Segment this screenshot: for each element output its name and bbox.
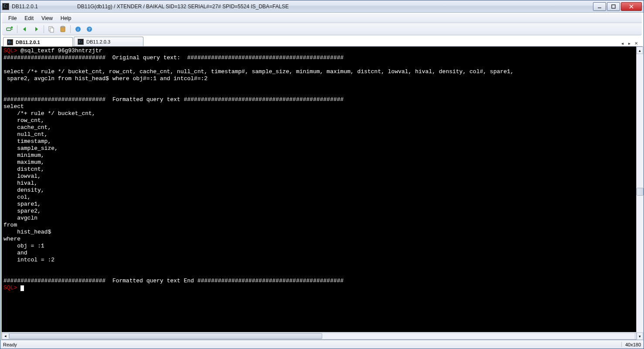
tab-prev-icon[interactable]: ◂ xyxy=(619,40,625,46)
svg-rect-9 xyxy=(50,28,54,32)
status-text: Ready xyxy=(3,342,621,347)
terminal-container: SQL> @sql_textf 96g93hntrzjtr ##########… xyxy=(1,47,643,340)
status-bar: Ready 40x180 xyxy=(0,340,644,349)
app-window: C: DB11.2.0.1 DB11G(db11g) / XTENDER / B… xyxy=(0,0,644,349)
tab-label: DB11.2.0.1 xyxy=(16,40,40,45)
window-title: DB11.2.0.1 xyxy=(12,3,38,10)
scroll-down-icon[interactable]: ▾ xyxy=(637,332,643,340)
sql-prompt: SQL> xyxy=(3,47,17,54)
info-icon[interactable]: i xyxy=(73,24,83,34)
sql-prompt: SQL> xyxy=(3,285,17,291)
scroll-thumb[interactable] xyxy=(9,333,322,339)
tab-nav: ◂ ▸ ✕ xyxy=(619,40,641,46)
app-icon: C: xyxy=(2,3,9,10)
paste-icon[interactable] xyxy=(58,24,68,34)
menu-file[interactable]: File xyxy=(5,14,20,22)
back-icon[interactable] xyxy=(20,24,30,34)
tab-strip: C: DB11.2.0.1 C: DB11.2.0.3 ◂ ▸ ✕ xyxy=(1,36,643,47)
minimize-button[interactable] xyxy=(593,2,606,11)
tab-close-icon[interactable]: ✕ xyxy=(633,40,639,46)
tab-db11203[interactable]: C: DB11.2.0.3 xyxy=(74,37,143,46)
terminal-icon: C: xyxy=(7,39,13,45)
scroll-track[interactable] xyxy=(637,54,644,332)
menu-help[interactable]: Help xyxy=(57,14,75,22)
vertical-scrollbar[interactable]: ▴ ▾ xyxy=(636,47,644,340)
window-subtitle: DB11G(db11g) / XTENDER / BAIKAL SID=132 … xyxy=(77,3,289,10)
terminal-output: ############################## Original … xyxy=(3,54,514,284)
svg-rect-1 xyxy=(612,5,615,8)
window-controls xyxy=(593,2,642,11)
new-connection-icon[interactable]: + xyxy=(5,24,14,34)
menu-edit[interactable]: Edit xyxy=(21,14,37,22)
close-button[interactable] xyxy=(621,2,642,11)
maximize-button[interactable] xyxy=(607,2,620,11)
scroll-track[interactable] xyxy=(9,333,635,339)
cursor xyxy=(20,285,24,291)
copy-icon[interactable] xyxy=(47,24,56,34)
help-icon[interactable]: ? xyxy=(85,24,94,34)
scroll-up-icon[interactable]: ▴ xyxy=(637,47,643,54)
status-size: 40x180 xyxy=(621,342,641,347)
toolbar: + i ? xyxy=(2,23,642,35)
scroll-left-icon[interactable]: ◂ xyxy=(2,333,9,339)
sql-command: @sql_textf 96g93hntrzjtr xyxy=(17,47,102,54)
svg-rect-11 xyxy=(61,26,64,27)
horizontal-scrollbar[interactable]: ◂ ▸ xyxy=(2,332,642,339)
title-bar: C: DB11.2.0.1 DB11G(db11g) / XTENDER / B… xyxy=(0,0,644,13)
svg-text:?: ? xyxy=(88,27,90,31)
scroll-thumb[interactable] xyxy=(637,188,644,196)
menu-bar: File Edit View Help xyxy=(2,14,642,23)
terminal[interactable]: SQL> @sql_textf 96g93hntrzjtr ##########… xyxy=(2,47,642,332)
tab-label: DB11.2.0.3 xyxy=(86,39,110,44)
tab-next-icon[interactable]: ▸ xyxy=(626,40,632,46)
forward-icon[interactable] xyxy=(31,24,41,34)
menu-view[interactable]: View xyxy=(38,14,56,22)
terminal-icon: C: xyxy=(78,39,84,45)
svg-rect-4 xyxy=(7,28,11,30)
tab-db11201[interactable]: C: DB11.2.0.1 xyxy=(3,37,73,47)
